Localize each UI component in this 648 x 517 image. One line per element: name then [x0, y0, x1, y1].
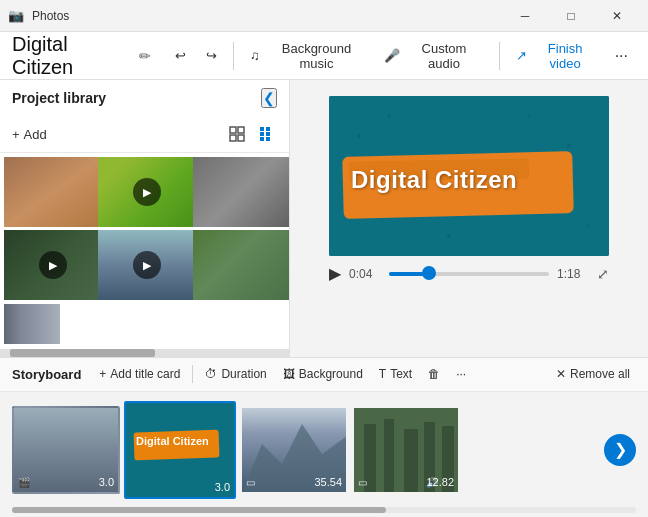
list-icon: [259, 126, 275, 142]
clip-icon: ▭: [246, 477, 255, 488]
play-overlay: ▶: [133, 251, 161, 279]
play-button[interactable]: ▶: [329, 264, 341, 283]
maximize-button[interactable]: □: [548, 0, 594, 32]
storyboard-scrollbar[interactable]: [12, 507, 636, 513]
text-button[interactable]: T Text: [373, 364, 418, 384]
preview-panel: Digital Citizen ▶ 0:04 1:18 ⤢: [290, 80, 648, 357]
duration-button[interactable]: ⏱ Duration: [199, 364, 272, 384]
storyboard-item[interactable]: ▭ 35.54: [240, 406, 348, 494]
grid-view-button[interactable]: [223, 120, 251, 148]
close-button[interactable]: ✕: [594, 0, 640, 32]
video-controls: ▶ 0:04 1:18 ⤢: [329, 264, 609, 283]
add-label: Add: [24, 127, 47, 142]
grid-toggle-group: [223, 120, 281, 148]
background-music-label: Background music: [265, 41, 369, 71]
audio-icon: 🎤: [384, 48, 400, 63]
main-area: Project library ❮ + Add: [0, 80, 648, 357]
storyboard-item[interactable]: ▭ 🔊 12.82: [352, 406, 460, 494]
undo-button[interactable]: ↩: [167, 44, 194, 67]
play-overlay: ▶: [133, 178, 161, 206]
progress-bar[interactable]: [389, 272, 549, 276]
progress-thumb: [422, 266, 436, 280]
title-bar-label: Photos: [32, 9, 502, 23]
project-title: Digital Citizen: [12, 33, 131, 79]
storyboard-area: Storyboard + Add title card ⏱ Duration 🖼…: [0, 357, 648, 517]
grid-icon: [229, 126, 245, 142]
media-item[interactable]: ▶: [4, 230, 102, 300]
preview-title: Digital Citizen: [351, 166, 517, 194]
remove-all-label: Remove all: [570, 367, 630, 381]
background-music-button[interactable]: ♫ Background music: [242, 37, 376, 75]
export-icon: ↗: [516, 48, 527, 63]
svg-point-13: [588, 225, 591, 228]
storyboard-title-card-item[interactable]: Title card Digital Citizen 3.0: [124, 401, 236, 499]
text-icon: T: [379, 367, 386, 381]
media-grid: ▶ ▶ ▶: [0, 153, 289, 349]
storyboard-title: Storyboard: [12, 367, 81, 382]
project-library-panel: Project library ❮ + Add: [0, 80, 290, 357]
media-item[interactable]: [193, 157, 289, 227]
item-duration: 3.0: [215, 481, 230, 493]
custom-audio-button[interactable]: 🎤 Custom audio: [376, 37, 490, 75]
svg-rect-20: [384, 419, 394, 492]
more-options-button[interactable]: ···: [607, 43, 636, 69]
delete-button[interactable]: 🗑: [422, 364, 446, 384]
svg-rect-4: [260, 127, 264, 131]
svg-rect-8: [260, 137, 264, 141]
media-item[interactable]: [4, 304, 60, 344]
storyboard-items: 🎬 3.0 Title card Digital Citizen 3.0: [0, 392, 648, 508]
svg-rect-0: [230, 127, 236, 133]
background-icon: 🖼: [283, 367, 295, 381]
storyboard-toolbar: Storyboard + Add title card ⏱ Duration 🖼…: [0, 358, 648, 392]
media-item[interactable]: [193, 230, 289, 300]
finish-video-button[interactable]: ↗ Finish video: [508, 37, 607, 75]
list-view-button[interactable]: [253, 120, 281, 148]
redo-button[interactable]: ↪: [198, 44, 225, 67]
app-icon: 📷: [8, 8, 24, 24]
title-bar: 📷 Photos ─ □ ✕: [0, 0, 648, 32]
add-title-card-label: Add title card: [110, 367, 180, 381]
svg-rect-1: [238, 127, 244, 133]
current-time: 0:04: [349, 267, 381, 281]
remove-all-button[interactable]: ✕ Remove all: [550, 364, 636, 384]
text-label: Text: [390, 367, 412, 381]
svg-point-12: [567, 144, 571, 148]
item-duration: 3.0: [99, 476, 114, 488]
clock-icon: ⏱: [205, 367, 217, 381]
add-title-card-button[interactable]: + Add title card: [93, 364, 186, 384]
x-icon: ✕: [556, 367, 566, 381]
music-icon: ♫: [250, 48, 260, 63]
background-button[interactable]: 🖼 Background: [277, 364, 369, 384]
toolbar-separator-2: [499, 42, 500, 70]
add-icon: +: [12, 127, 20, 142]
media-item[interactable]: ▶: [98, 157, 196, 227]
media-item[interactable]: ▶: [98, 230, 196, 300]
media-item[interactable]: [4, 157, 102, 227]
svg-rect-21: [404, 429, 418, 492]
svg-rect-6: [260, 132, 264, 136]
sb-separator: [192, 365, 193, 383]
trash-icon: 🗑: [428, 367, 440, 381]
add-media-button[interactable]: + Add: [8, 123, 51, 146]
minimize-button[interactable]: ─: [502, 0, 548, 32]
video-type-icon: 🎬: [18, 477, 30, 488]
svg-rect-7: [266, 132, 270, 136]
title-card-text: Digital Citizen: [136, 435, 209, 447]
more-storyboard-button[interactable]: ···: [450, 364, 472, 384]
total-time: 1:18: [557, 267, 589, 281]
expand-button[interactable]: ⤢: [597, 266, 609, 282]
scroll-indicator[interactable]: [0, 349, 289, 357]
svg-point-11: [388, 115, 391, 118]
more-icon: ···: [456, 367, 466, 381]
play-overlay: ▶: [39, 251, 67, 279]
svg-rect-2: [230, 135, 236, 141]
custom-audio-label: Custom audio: [405, 41, 482, 71]
svg-rect-3: [238, 135, 244, 141]
duration-label: Duration: [221, 367, 266, 381]
scrollbar-thumb: [12, 507, 386, 513]
storyboard-item[interactable]: 🎬 3.0: [12, 406, 120, 494]
edit-title-icon[interactable]: ✏: [139, 48, 151, 64]
video-preview: Digital Citizen: [329, 96, 609, 256]
storyboard-next-button[interactable]: ❯: [604, 434, 636, 466]
collapse-panel-button[interactable]: ❮: [261, 88, 277, 108]
